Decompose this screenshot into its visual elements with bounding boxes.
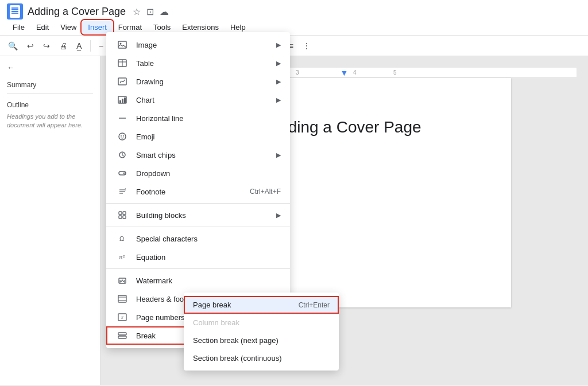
title-bar: Adding a Cover Page ☆ ⊡ ☁ — [0, 0, 588, 20]
building-blocks-icon — [115, 210, 129, 220]
menu-divider-3 — [106, 268, 290, 269]
submenu-section-break-next[interactable]: Section break (next page) — [184, 332, 339, 349]
watermark-icon — [115, 276, 129, 285]
special-characters-icon: Ω — [115, 234, 129, 243]
svg-text:#: # — [121, 315, 123, 319]
svg-rect-0 — [118, 41, 126, 48]
emoji-icon — [115, 132, 129, 141]
column-break-label: Column break — [193, 318, 330, 327]
svg-rect-27 — [118, 295, 126, 302]
menu-bar: File Edit View Insert Format Tools Exten… — [0, 20, 588, 36]
building-blocks-arrow-icon: ▶ — [276, 212, 281, 219]
page-break-label: Page break — [193, 301, 299, 309]
menu-item-horizontal-line[interactable]: Horizontal line — [106, 109, 290, 127]
toolbar-redo[interactable]: ↪ — [40, 39, 53, 53]
page-numbers-icon: # — [115, 313, 129, 322]
menu-item-emoji[interactable]: Emoji — [106, 127, 290, 146]
smart-chips-arrow-icon: ▶ — [276, 151, 281, 159]
menu-item-drawing[interactable]: Drawing ▶ — [106, 72, 290, 91]
footnote-shortcut: Ctrl+Alt+F — [250, 188, 281, 196]
title-action-icons: ☆ ⊡ ☁ — [133, 6, 169, 17]
chart-arrow-icon: ▶ — [276, 96, 281, 104]
section-break-continuous-label: Section break (continuous) — [193, 354, 330, 362]
toolbar-more[interactable]: ⋮ — [299, 39, 314, 53]
menu-item-special-characters[interactable]: Ω Special characters — [106, 229, 290, 248]
svg-rect-32 — [118, 333, 126, 335]
drawing-label: Drawing — [136, 77, 276, 86]
svg-point-1 — [120, 43, 122, 45]
app-icon — [7, 3, 23, 20]
emoji-label: Emoji — [136, 132, 281, 141]
star-icon[interactable]: ☆ — [133, 6, 141, 17]
back-arrow-icon: ← — [7, 63, 14, 72]
menu-item-equation[interactable]: π² Equation — [106, 248, 290, 266]
dropdown-label: Dropdown — [136, 169, 281, 178]
menu-item-chart[interactable]: Chart ▶ — [106, 91, 290, 109]
toolbar: 🔍 ↩ ↪ 🖨 A̲ − 34 + B I U A ✏ 🔗 💬 🖼 ≡ ⋮ — [0, 36, 588, 56]
svg-rect-15 — [119, 171, 126, 175]
menu-item-dropdown[interactable]: Dropdown — [106, 164, 290, 182]
svg-rect-20 — [119, 212, 122, 215]
drawing-arrow-icon: ▶ — [276, 78, 281, 85]
toolbar-sep1 — [90, 40, 91, 52]
folder-icon[interactable]: ⊡ — [146, 6, 154, 17]
equation-label: Equation — [136, 253, 281, 262]
toolbar-undo[interactable]: ↩ — [24, 39, 37, 53]
smart-chips-icon — [115, 150, 129, 159]
submenu-page-break[interactable]: Page break Ctrl+Enter — [184, 296, 339, 314]
equation-icon: π² — [115, 252, 129, 262]
svg-rect-9 — [124, 98, 126, 103]
table-label: Table — [136, 59, 276, 68]
footnote-label: Footnote — [136, 188, 250, 196]
menu-item-building-blocks[interactable]: Building blocks ▶ — [106, 206, 290, 224]
svg-text:Ω: Ω — [119, 235, 124, 242]
image-arrow-icon: ▶ — [276, 41, 281, 49]
image-icon — [115, 40, 129, 49]
horizontal-line-label: Horizontal line — [136, 114, 281, 123]
toolbar-search[interactable]: 🔍 — [5, 39, 21, 53]
svg-rect-23 — [123, 216, 126, 219]
cloud-icon[interactable]: ☁ — [160, 6, 169, 17]
submenu-section-break-continuous[interactable]: Section break (continuous) — [184, 349, 339, 367]
drawing-icon — [115, 77, 129, 86]
menu-item-watermark[interactable]: Watermark — [106, 271, 290, 290]
image-label: Image — [136, 41, 276, 49]
svg-rect-7 — [119, 100, 121, 103]
menu-item-smart-chips[interactable]: Smart chips ▶ — [106, 146, 290, 164]
sidebar: ← Summary Outline Headings you add to th… — [0, 56, 100, 385]
svg-text:π²: π² — [119, 254, 125, 260]
menu-view[interactable]: View — [55, 21, 82, 34]
sidebar-back-button[interactable]: ← — [7, 63, 93, 72]
svg-rect-21 — [123, 212, 126, 215]
dropdown-icon — [115, 169, 129, 178]
sidebar-summary-label: Summary — [7, 81, 93, 89]
svg-rect-22 — [119, 216, 122, 219]
svg-point-12 — [121, 135, 122, 137]
page-break-shortcut: Ctrl+Enter — [299, 301, 330, 309]
smart-chips-label: Smart chips — [136, 151, 276, 159]
sidebar-outline-note: Headings you add to the document will ap… — [7, 112, 93, 130]
toolbar-print[interactable]: 🖨 — [56, 39, 71, 53]
footnote-icon: 1 — [115, 187, 129, 196]
menu-file[interactable]: File — [7, 21, 30, 34]
svg-point-11 — [119, 133, 126, 140]
svg-text:1: 1 — [125, 188, 126, 191]
menu-divider-1 — [106, 203, 290, 204]
menu-edit[interactable]: Edit — [30, 21, 55, 34]
menu-divider-2 — [106, 227, 290, 227]
menu-item-image[interactable]: Image ▶ — [106, 36, 290, 54]
menu-item-footnote[interactable]: 1 Footnote Ctrl+Alt+F — [106, 182, 290, 201]
horizontal-line-icon — [115, 114, 129, 123]
submenu-column-break: Column break — [184, 314, 339, 332]
sidebar-divider — [7, 93, 93, 94]
toolbar-spellcheck[interactable]: A̲ — [73, 39, 86, 53]
headers-footers-icon — [115, 294, 129, 303]
watermark-label: Watermark — [136, 276, 281, 285]
toolbar-zoom-out[interactable]: − — [95, 39, 107, 53]
chart-label: Chart — [136, 96, 276, 104]
break-icon — [115, 331, 129, 340]
chart-icon — [115, 95, 129, 104]
sidebar-outline-label: Outline — [7, 101, 93, 109]
section-break-next-label: Section break (next page) — [193, 336, 330, 345]
menu-item-table[interactable]: Table ▶ — [106, 54, 290, 72]
